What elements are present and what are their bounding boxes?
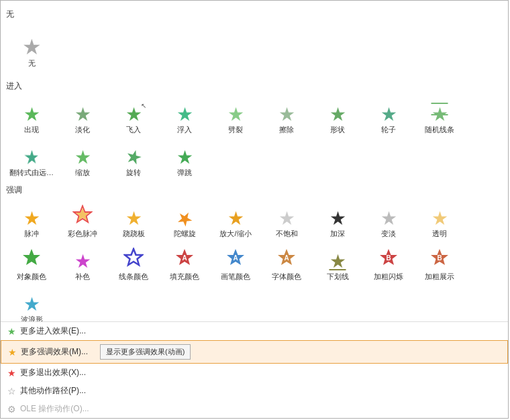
- item-float-in[interactable]: ★ 浮入: [159, 95, 210, 138]
- spin-icon: ★: [172, 206, 197, 231]
- font-color-label: 字体颜色: [272, 272, 301, 281]
- spin-label: 陀螺旋: [174, 229, 196, 238]
- bottom-menu-area: ★ 更多进入效果(E)... ★ 更多强调效果(M)... 显示更多强调效果(动…: [1, 321, 508, 418]
- more-enter-icon: ★: [7, 326, 16, 337]
- item-random-line[interactable]: ★ 随机线条: [414, 95, 465, 138]
- item-font-color[interactable]: A 字体颜色: [261, 242, 312, 284]
- bounce-label: 弹跳: [177, 168, 192, 177]
- item-bold-reveal[interactable]: B 加粗展示: [414, 242, 465, 284]
- underline-label: 下划线: [327, 272, 349, 281]
- item-brush-color[interactable]: A 画笔颜色: [210, 242, 261, 284]
- none-icon: ★: [22, 36, 42, 58]
- grow-shrink-icon: ★: [227, 209, 244, 228]
- item-lighten[interactable]: ★ 变淡: [363, 199, 414, 242]
- shape-label: 形状: [330, 125, 345, 134]
- float-in-label: 浮入: [177, 125, 192, 134]
- menu-motion-path[interactable]: ☆ 其他动作路径(P)...: [1, 382, 508, 400]
- item-split[interactable]: ★ 劈裂: [210, 95, 261, 138]
- motion-path-label: 其他动作路径(P)...: [20, 385, 86, 397]
- complementary-label: 补色: [75, 272, 90, 281]
- item-grow-shrink[interactable]: ★ 放大/缩小: [210, 199, 261, 242]
- lighten-label: 变淡: [381, 229, 396, 238]
- item-underline[interactable]: ★ 下划线: [312, 242, 363, 284]
- ole-action-label: OLE 操作动作(O)...: [20, 403, 89, 415]
- none-section: 无 ★ 无: [6, 5, 503, 78]
- item-darken[interactable]: ★ 加深: [312, 199, 363, 242]
- enter-section: 进入 ★ 出现 ★ 淡化 ★↖ 飞入 ★ 浮入: [6, 81, 503, 180]
- fill-color-label: 填充颜色: [170, 272, 199, 281]
- item-bold-flash[interactable]: B 加粗闪烁: [363, 242, 414, 284]
- none-section-label: 无: [6, 9, 503, 20]
- fade-label: 淡化: [75, 125, 90, 134]
- item-bounce[interactable]: ★ 弹跳: [159, 138, 210, 180]
- item-teeter[interactable]: ★ 跷跷板: [108, 199, 159, 242]
- item-wheel[interactable]: ★ 轮子: [363, 95, 414, 138]
- split-label: 劈裂: [228, 125, 243, 134]
- item-color-pulse[interactable]: 彩色脉冲: [57, 199, 108, 242]
- item-appear[interactable]: ★ 出现: [6, 95, 57, 138]
- desaturate-label: 不饱和: [276, 229, 298, 238]
- bold-flash-label: 加粗闪烁: [374, 272, 403, 281]
- menu-more-enter[interactable]: ★ 更多进入效果(E)...: [1, 322, 508, 340]
- item-flip-far[interactable]: ★ 翻转式由远…: [6, 138, 57, 180]
- animation-scroll-area[interactable]: 无 ★ 无 进入 ★ 出现 ★ 淡化: [1, 1, 508, 321]
- zoom-label: 缩放: [75, 168, 90, 177]
- color-pulse-label: 彩色脉冲: [68, 229, 97, 238]
- bold-reveal-label: 加粗展示: [425, 272, 454, 281]
- desaturate-icon: ★: [278, 209, 295, 228]
- item-complementary[interactable]: ★ 补色: [57, 242, 108, 284]
- font-color-icon: A: [276, 248, 297, 271]
- line-color-icon: [123, 248, 144, 271]
- item-line-color[interactable]: 线条颜色: [108, 242, 159, 284]
- pulse-label: 脉冲: [24, 229, 39, 238]
- zoom-icon: ★: [74, 148, 91, 167]
- darken-icon: ★: [329, 209, 346, 228]
- svg-marker-2: [23, 249, 40, 265]
- item-fill-color[interactable]: A 填充颜色: [159, 242, 210, 284]
- wheel-icon: ★: [380, 105, 397, 124]
- item-fade[interactable]: ★ 淡化: [57, 95, 108, 138]
- svg-text:A: A: [233, 254, 238, 262]
- transparent-icon: ★: [431, 209, 448, 228]
- darken-label: 加深: [330, 229, 345, 238]
- object-color-icon: [21, 248, 42, 271]
- item-fly-in[interactable]: ★↖ 飞入: [108, 95, 159, 138]
- random-line-icon: ★: [431, 105, 448, 124]
- item-pulse[interactable]: ★ 脉冲: [6, 199, 57, 242]
- line-color-label: 线条颜色: [119, 272, 148, 281]
- float-in-icon: ★: [176, 105, 193, 124]
- more-exit-label: 更多退出效果(X)...: [20, 367, 86, 378]
- item-transparent[interactable]: ★ 透明: [414, 199, 465, 242]
- rotate-icon: ★: [123, 146, 144, 169]
- appear-icon: ★: [23, 105, 40, 124]
- item-desaturate[interactable]: ★ 不饱和: [261, 199, 312, 242]
- animation-panel: 无 ★ 无 进入 ★ 出现 ★ 淡化: [0, 0, 509, 419]
- more-emphasize-label: 更多强调效果(M)...: [21, 346, 88, 358]
- underline-icon: ★: [329, 252, 346, 271]
- more-enter-label: 更多进入效果(E)...: [20, 325, 86, 337]
- item-wave[interactable]: ★ 波浪形: [6, 284, 57, 321]
- wave-icon: ★: [23, 295, 40, 314]
- menu-more-exit[interactable]: ★ 更多退出效果(X)...: [1, 364, 508, 382]
- emphasize-section: 强调 ★ 脉冲 彩色脉冲 ★ 跷跷板: [6, 185, 503, 321]
- wave-label: 波浪形: [21, 315, 43, 321]
- item-shape[interactable]: ★ 形状: [312, 95, 363, 138]
- wheel-label: 轮子: [381, 125, 396, 134]
- svg-text:B: B: [437, 254, 442, 262]
- item-zoom[interactable]: ★ 缩放: [57, 138, 108, 180]
- teeter-icon: ★: [125, 209, 142, 228]
- item-object-color[interactable]: 对象颜色: [6, 242, 57, 284]
- item-spin[interactable]: ★ 陀螺旋: [159, 199, 210, 242]
- item-rotate[interactable]: ★ 旋转: [108, 138, 159, 180]
- brush-color-icon: A: [225, 248, 246, 271]
- teeter-label: 跷跷板: [123, 229, 145, 238]
- item-none[interactable]: ★ 无: [6, 23, 57, 71]
- emphasize-section-label: 强调: [6, 185, 503, 196]
- svg-text:B: B: [386, 254, 391, 262]
- menu-more-emphasize[interactable]: ★ 更多强调效果(M)... 显示更多强调效果(动画): [1, 340, 508, 364]
- random-line-label: 随机线条: [425, 125, 454, 134]
- enter-section-label: 进入: [6, 81, 503, 92]
- item-erase[interactable]: ★ 擦除: [261, 95, 312, 138]
- show-more-emphasize-button[interactable]: 显示更多强调效果(动画): [100, 344, 191, 360]
- motion-path-icon: ☆: [7, 386, 16, 397]
